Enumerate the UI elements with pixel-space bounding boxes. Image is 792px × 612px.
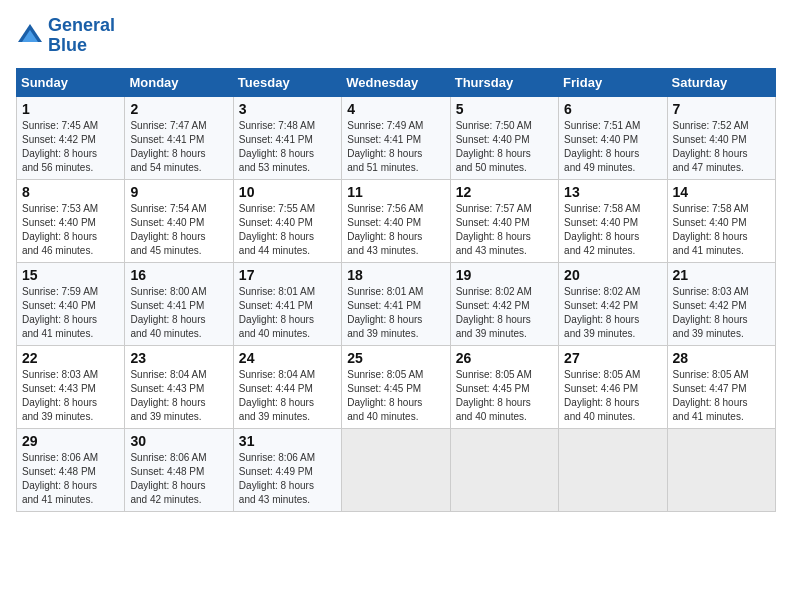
day-number: 16 (130, 267, 227, 283)
day-info: Sunrise: 8:02 AMSunset: 4:42 PMDaylight:… (456, 285, 553, 341)
day-number: 15 (22, 267, 119, 283)
calendar-cell-21: 21Sunrise: 8:03 AMSunset: 4:42 PMDayligh… (667, 262, 775, 345)
logo-icon (16, 22, 44, 50)
calendar-week-0: 1Sunrise: 7:45 AMSunset: 4:42 PMDaylight… (17, 96, 776, 179)
weekday-header-friday: Friday (559, 68, 667, 96)
day-info: Sunrise: 8:04 AMSunset: 4:44 PMDaylight:… (239, 368, 336, 424)
day-info: Sunrise: 7:53 AMSunset: 4:40 PMDaylight:… (22, 202, 119, 258)
calendar-cell-15: 15Sunrise: 7:59 AMSunset: 4:40 PMDayligh… (17, 262, 125, 345)
day-info: Sunrise: 8:03 AMSunset: 4:43 PMDaylight:… (22, 368, 119, 424)
calendar-cell-27: 27Sunrise: 8:05 AMSunset: 4:46 PMDayligh… (559, 345, 667, 428)
calendar-cell-6: 6Sunrise: 7:51 AMSunset: 4:40 PMDaylight… (559, 96, 667, 179)
day-info: Sunrise: 8:00 AMSunset: 4:41 PMDaylight:… (130, 285, 227, 341)
page-header: GeneralBlue (16, 16, 776, 56)
weekday-header-thursday: Thursday (450, 68, 558, 96)
calendar-cell-29: 29Sunrise: 8:06 AMSunset: 4:48 PMDayligh… (17, 428, 125, 511)
calendar-cell-31: 31Sunrise: 8:06 AMSunset: 4:49 PMDayligh… (233, 428, 341, 511)
day-number: 1 (22, 101, 119, 117)
day-number: 25 (347, 350, 444, 366)
weekday-header-sunday: Sunday (17, 68, 125, 96)
day-number: 21 (673, 267, 770, 283)
day-info: Sunrise: 8:05 AMSunset: 4:47 PMDaylight:… (673, 368, 770, 424)
day-info: Sunrise: 7:55 AMSunset: 4:40 PMDaylight:… (239, 202, 336, 258)
calendar-cell-empty (450, 428, 558, 511)
calendar-cell-3: 3Sunrise: 7:48 AMSunset: 4:41 PMDaylight… (233, 96, 341, 179)
day-info: Sunrise: 7:48 AMSunset: 4:41 PMDaylight:… (239, 119, 336, 175)
day-info: Sunrise: 8:06 AMSunset: 4:48 PMDaylight:… (130, 451, 227, 507)
calendar-cell-19: 19Sunrise: 8:02 AMSunset: 4:42 PMDayligh… (450, 262, 558, 345)
calendar-cell-2: 2Sunrise: 7:47 AMSunset: 4:41 PMDaylight… (125, 96, 233, 179)
calendar-week-1: 8Sunrise: 7:53 AMSunset: 4:40 PMDaylight… (17, 179, 776, 262)
day-number: 29 (22, 433, 119, 449)
calendar-cell-12: 12Sunrise: 7:57 AMSunset: 4:40 PMDayligh… (450, 179, 558, 262)
day-info: Sunrise: 7:47 AMSunset: 4:41 PMDaylight:… (130, 119, 227, 175)
day-info: Sunrise: 7:56 AMSunset: 4:40 PMDaylight:… (347, 202, 444, 258)
calendar-cell-30: 30Sunrise: 8:06 AMSunset: 4:48 PMDayligh… (125, 428, 233, 511)
calendar-cell-empty (342, 428, 450, 511)
day-info: Sunrise: 8:05 AMSunset: 4:45 PMDaylight:… (456, 368, 553, 424)
calendar-cell-1: 1Sunrise: 7:45 AMSunset: 4:42 PMDaylight… (17, 96, 125, 179)
day-number: 9 (130, 184, 227, 200)
day-info: Sunrise: 7:49 AMSunset: 4:41 PMDaylight:… (347, 119, 444, 175)
day-number: 12 (456, 184, 553, 200)
day-info: Sunrise: 8:06 AMSunset: 4:49 PMDaylight:… (239, 451, 336, 507)
day-number: 26 (456, 350, 553, 366)
day-number: 27 (564, 350, 661, 366)
day-info: Sunrise: 8:05 AMSunset: 4:46 PMDaylight:… (564, 368, 661, 424)
day-info: Sunrise: 8:04 AMSunset: 4:43 PMDaylight:… (130, 368, 227, 424)
day-info: Sunrise: 8:01 AMSunset: 4:41 PMDaylight:… (347, 285, 444, 341)
calendar-cell-10: 10Sunrise: 7:55 AMSunset: 4:40 PMDayligh… (233, 179, 341, 262)
weekday-header-saturday: Saturday (667, 68, 775, 96)
calendar-cell-4: 4Sunrise: 7:49 AMSunset: 4:41 PMDaylight… (342, 96, 450, 179)
day-number: 31 (239, 433, 336, 449)
logo: GeneralBlue (16, 16, 115, 56)
calendar-cell-empty (667, 428, 775, 511)
day-info: Sunrise: 8:05 AMSunset: 4:45 PMDaylight:… (347, 368, 444, 424)
calendar-cell-28: 28Sunrise: 8:05 AMSunset: 4:47 PMDayligh… (667, 345, 775, 428)
calendar-cell-18: 18Sunrise: 8:01 AMSunset: 4:41 PMDayligh… (342, 262, 450, 345)
weekday-header-tuesday: Tuesday (233, 68, 341, 96)
calendar-cell-17: 17Sunrise: 8:01 AMSunset: 4:41 PMDayligh… (233, 262, 341, 345)
calendar-cell-13: 13Sunrise: 7:58 AMSunset: 4:40 PMDayligh… (559, 179, 667, 262)
day-number: 5 (456, 101, 553, 117)
calendar-week-2: 15Sunrise: 7:59 AMSunset: 4:40 PMDayligh… (17, 262, 776, 345)
day-number: 10 (239, 184, 336, 200)
day-number: 24 (239, 350, 336, 366)
day-number: 30 (130, 433, 227, 449)
calendar-cell-26: 26Sunrise: 8:05 AMSunset: 4:45 PMDayligh… (450, 345, 558, 428)
calendar-cell-20: 20Sunrise: 8:02 AMSunset: 4:42 PMDayligh… (559, 262, 667, 345)
day-info: Sunrise: 7:59 AMSunset: 4:40 PMDaylight:… (22, 285, 119, 341)
day-number: 19 (456, 267, 553, 283)
calendar-cell-7: 7Sunrise: 7:52 AMSunset: 4:40 PMDaylight… (667, 96, 775, 179)
calendar-cell-14: 14Sunrise: 7:58 AMSunset: 4:40 PMDayligh… (667, 179, 775, 262)
calendar-cell-8: 8Sunrise: 7:53 AMSunset: 4:40 PMDaylight… (17, 179, 125, 262)
calendar-week-4: 29Sunrise: 8:06 AMSunset: 4:48 PMDayligh… (17, 428, 776, 511)
day-info: Sunrise: 7:57 AMSunset: 4:40 PMDaylight:… (456, 202, 553, 258)
weekday-header-row: SundayMondayTuesdayWednesdayThursdayFrid… (17, 68, 776, 96)
day-number: 18 (347, 267, 444, 283)
calendar-cell-9: 9Sunrise: 7:54 AMSunset: 4:40 PMDaylight… (125, 179, 233, 262)
day-number: 13 (564, 184, 661, 200)
day-number: 17 (239, 267, 336, 283)
day-number: 11 (347, 184, 444, 200)
day-number: 23 (130, 350, 227, 366)
day-number: 4 (347, 101, 444, 117)
logo-text: GeneralBlue (48, 16, 115, 56)
day-number: 22 (22, 350, 119, 366)
day-info: Sunrise: 7:58 AMSunset: 4:40 PMDaylight:… (564, 202, 661, 258)
weekday-header-wednesday: Wednesday (342, 68, 450, 96)
day-info: Sunrise: 7:52 AMSunset: 4:40 PMDaylight:… (673, 119, 770, 175)
calendar-cell-11: 11Sunrise: 7:56 AMSunset: 4:40 PMDayligh… (342, 179, 450, 262)
day-info: Sunrise: 8:01 AMSunset: 4:41 PMDaylight:… (239, 285, 336, 341)
day-number: 20 (564, 267, 661, 283)
calendar-cell-24: 24Sunrise: 8:04 AMSunset: 4:44 PMDayligh… (233, 345, 341, 428)
day-info: Sunrise: 7:50 AMSunset: 4:40 PMDaylight:… (456, 119, 553, 175)
day-number: 14 (673, 184, 770, 200)
day-info: Sunrise: 8:03 AMSunset: 4:42 PMDaylight:… (673, 285, 770, 341)
day-number: 28 (673, 350, 770, 366)
day-number: 8 (22, 184, 119, 200)
calendar-cell-5: 5Sunrise: 7:50 AMSunset: 4:40 PMDaylight… (450, 96, 558, 179)
day-info: Sunrise: 8:02 AMSunset: 4:42 PMDaylight:… (564, 285, 661, 341)
day-number: 6 (564, 101, 661, 117)
day-number: 2 (130, 101, 227, 117)
